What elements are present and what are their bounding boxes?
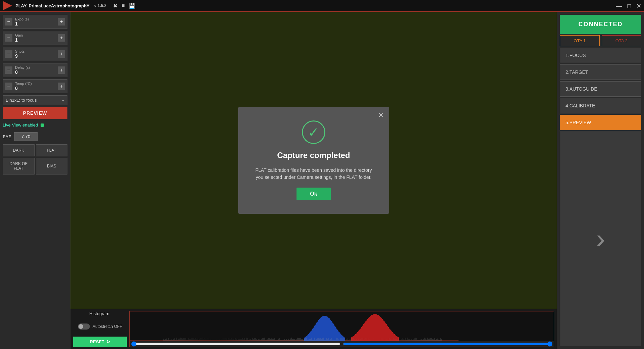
- calibration-buttons: DARK FLAT DARK OF FLAT BIAS: [3, 144, 67, 174]
- live-view-row: Live View enabled: [3, 121, 67, 129]
- gain-param: − Gain 1 +: [3, 31, 67, 45]
- temp-inner: Temp (°C) 0: [14, 81, 56, 92]
- autoguide-button[interactable]: 3.AUTOGUIDE: [560, 81, 641, 97]
- title-icons: ✖ ≡ 💾: [113, 3, 135, 9]
- ota2-button[interactable]: OTA 2: [602, 35, 642, 46]
- modal-overlay: ✕ ✓ Capture completed FLAT calibration f…: [70, 12, 557, 309]
- histogram-slider-row: [130, 341, 554, 347]
- shots-value: 9: [15, 53, 55, 59]
- modal-ok-button[interactable]: Ok: [297, 188, 330, 200]
- temp-label: Temp (°C): [15, 82, 55, 86]
- gain-plus-button[interactable]: +: [58, 34, 65, 42]
- app-prefix: PLAY: [15, 3, 26, 8]
- expo-value: 1: [15, 21, 55, 27]
- temp-minus-button[interactable]: −: [5, 83, 12, 90]
- shots-minus-button[interactable]: −: [5, 50, 12, 58]
- expo-label: Expo (s): [15, 17, 55, 21]
- delay-inner: Delay (s) 0: [14, 65, 56, 76]
- eye-label: EYE: [3, 134, 11, 139]
- temp-param: − Temp (°C) 0 +: [3, 79, 67, 93]
- eye-row: EYE 7.70: [3, 131, 67, 142]
- histogram-bar: Histogram: Autostretch OFF RESET ↻: [70, 309, 557, 349]
- modal-title: Capture completed: [277, 151, 350, 160]
- live-view-indicator: [41, 123, 44, 127]
- expo-param: − Expo (s) 1 +: [3, 15, 67, 29]
- histogram-min-slider[interactable]: [131, 341, 340, 347]
- target-button[interactable]: 2.TARGET: [560, 64, 641, 80]
- autostretch-toggle[interactable]: [78, 323, 90, 330]
- modal-close-button[interactable]: ✕: [378, 111, 384, 119]
- histogram-max-slider[interactable]: [343, 341, 552, 347]
- app-name: PrimaLuceAstrophotographY: [29, 3, 89, 8]
- gain-inner: Gain 1: [14, 33, 56, 43]
- shots-plus-button[interactable]: +: [58, 50, 65, 58]
- reset-label: RESET: [90, 339, 104, 344]
- checkmark-icon: ✓: [308, 124, 319, 140]
- save-icon[interactable]: 💾: [129, 3, 136, 9]
- gain-minus-button[interactable]: −: [5, 34, 12, 42]
- autostretch-row: Autostretch OFF: [73, 323, 127, 330]
- reset-icon: ↻: [106, 339, 110, 344]
- dark-of-flat-button[interactable]: DARK OF FLAT: [3, 158, 35, 174]
- dark-button[interactable]: DARK: [3, 144, 35, 156]
- play-icon: [3, 1, 12, 10]
- calibrate-button[interactable]: 4.CALIBRATE: [560, 98, 641, 113]
- focus-button[interactable]: 1.FOCUS: [560, 48, 641, 63]
- reset-button[interactable]: RESET ↻: [73, 337, 127, 347]
- expo-inner: Expo (s) 1: [14, 16, 56, 27]
- ota1-button[interactable]: OTA 1: [560, 35, 600, 46]
- left-panel: − Expo (s) 1 + − Gain 1 + − Shots 9 + −: [0, 12, 70, 349]
- image-view: ✕ ✓ Capture completed FLAT calibration f…: [70, 12, 557, 309]
- minimize-button[interactable]: —: [616, 3, 622, 10]
- live-view-label: Live View enabled: [3, 122, 38, 128]
- flat-button[interactable]: FLAT: [36, 144, 68, 156]
- titlebar: PLAY PrimaLuceAstrophotographY v 1.5.8 ✖…: [0, 0, 644, 12]
- delay-param: − Delay (s) 0 +: [3, 63, 67, 77]
- histogram-label: Histogram:: [73, 311, 127, 316]
- connected-button[interactable]: CONNECTED: [560, 15, 641, 34]
- window-controls: — □ ✕: [616, 0, 641, 12]
- temp-value: 0: [15, 86, 55, 91]
- app-logo: PLAY PrimaLuceAstrophotographY v 1.5.8: [3, 1, 106, 10]
- crosshair-icon[interactable]: ✖: [113, 3, 117, 9]
- ota-row: OTA 1 OTA 2: [560, 35, 641, 46]
- eye-value: 7.70: [14, 132, 38, 141]
- delay-value: 0: [15, 69, 55, 75]
- modal-body: FLAT calibration files have been saved i…: [255, 167, 372, 181]
- gain-value: 1: [15, 37, 55, 43]
- histogram-canvas: [129, 311, 554, 347]
- preview-button[interactable]: PREVIEW: [3, 107, 67, 119]
- preview-nav-button[interactable]: 5.PREVIEW: [560, 115, 641, 130]
- sliders-icon[interactable]: ≡: [121, 3, 124, 9]
- delay-label: Delay (s): [15, 65, 55, 69]
- arrow-panel: ›: [560, 132, 641, 346]
- bias-button[interactable]: BIAS: [36, 158, 68, 174]
- expo-minus-button[interactable]: −: [5, 18, 12, 26]
- shots-inner: Shots 9: [14, 49, 56, 59]
- temp-plus-button[interactable]: +: [58, 83, 65, 90]
- right-panel: CONNECTED OTA 1 OTA 2 1.FOCUS 2.TARGET 3…: [557, 12, 644, 349]
- center-content: ✕ ✓ Capture completed FLAT calibration f…: [70, 12, 557, 349]
- autostretch-label: Autostretch OFF: [93, 324, 122, 329]
- delay-minus-button[interactable]: −: [5, 66, 12, 74]
- gain-label: Gain: [15, 33, 55, 37]
- bin-select-wrapper: Bin1x1: to focus: [3, 95, 67, 105]
- expo-plus-button[interactable]: +: [58, 18, 65, 26]
- modal-check-icon: ✓: [302, 120, 325, 144]
- shots-label: Shots: [15, 49, 55, 53]
- bin-select[interactable]: Bin1x1: to focus: [3, 95, 67, 105]
- histogram-controls: Histogram: Autostretch OFF RESET ↻: [73, 311, 127, 347]
- delay-plus-button[interactable]: +: [58, 66, 65, 74]
- close-button[interactable]: ✕: [636, 2, 641, 10]
- modal-dialog: ✕ ✓ Capture completed FLAT calibration f…: [238, 107, 389, 214]
- version-label: v 1.5.8: [94, 3, 107, 8]
- shots-param: − Shots 9 +: [3, 47, 67, 61]
- arrow-right-icon: ›: [596, 226, 605, 252]
- main-layout: − Expo (s) 1 + − Gain 1 + − Shots 9 + −: [0, 12, 644, 349]
- maximize-button[interactable]: □: [627, 3, 631, 10]
